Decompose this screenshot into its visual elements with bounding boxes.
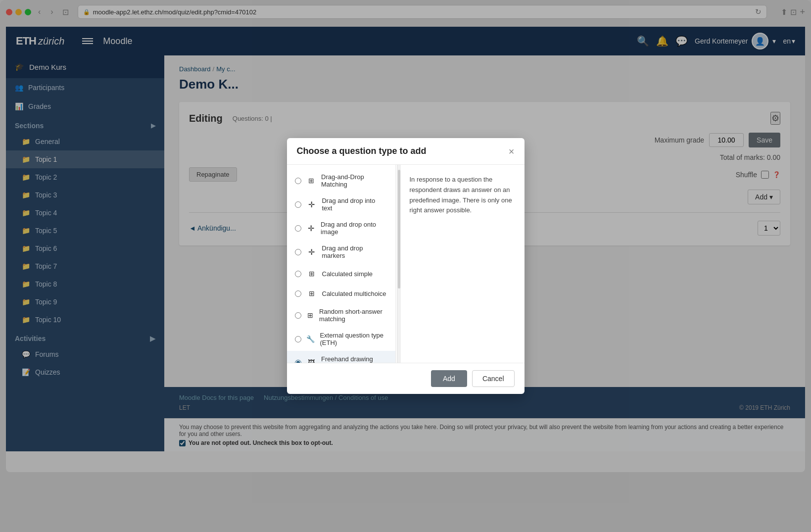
modal-title: Choose a question type to add <box>297 146 427 156</box>
calc-simple-icon: ⊞ <box>306 268 317 279</box>
radio-random-sa[interactable] <box>295 312 301 319</box>
calc-simple-label: Calculated simple <box>322 270 373 278</box>
modal-footer: Add Cancel <box>287 363 525 394</box>
radio-external-eth[interactable] <box>295 336 301 342</box>
freehand-eth-label: Freehand drawing (ETH) <box>321 355 387 363</box>
external-eth-label: External question type (ETH) <box>320 332 387 346</box>
calc-multichoice-icon: ⊞ <box>306 288 317 299</box>
option-freehand-eth[interactable]: 🖼 Freehand drawing (ETH) <box>287 351 395 363</box>
dnd-text-icon: ✛ <box>306 199 317 210</box>
modal-list-wrap: ⊞ Drag-and-Drop Matching ✛ Drag and drop… <box>287 165 401 363</box>
option-dnd-matching[interactable]: ⊞ Drag-and-Drop Matching <box>287 169 395 193</box>
dnd-matching-icon: ⊞ <box>306 175 317 186</box>
radio-calc-multichoice[interactable] <box>295 290 301 297</box>
choose-question-modal: Choose a question type to add × ⊞ Drag-a… <box>287 138 525 394</box>
modal-body: ⊞ Drag-and-Drop Matching ✛ Drag and drop… <box>287 165 525 363</box>
option-dnd-text[interactable]: ✛ Drag and drop into text <box>287 193 395 216</box>
modal-overlay[interactable]: Choose a question type to add × ⊞ Drag-a… <box>0 0 811 532</box>
dnd-markers-label: Drag and drop markers <box>322 244 387 259</box>
radio-freehand-eth[interactable] <box>295 360 301 363</box>
modal-list: ⊞ Drag-and-Drop Matching ✛ Drag and drop… <box>287 165 396 363</box>
random-sa-icon: ⊞ <box>306 310 314 321</box>
modal-desc-text: In response to a question the respondent… <box>410 176 512 214</box>
freehand-eth-icon: 🖼 <box>306 357 317 363</box>
radio-dnd-markers[interactable] <box>295 249 301 255</box>
modal-close-button[interactable]: × <box>509 146 515 156</box>
dnd-image-icon: ✛ <box>306 223 316 234</box>
modal-description: In response to a question the respondent… <box>401 165 525 363</box>
dnd-matching-label: Drag-and-Drop Matching <box>321 173 387 188</box>
radio-dnd-matching[interactable] <box>295 178 301 184</box>
external-eth-icon: 🔧 <box>306 334 315 344</box>
random-sa-label: Random short-answer matching <box>319 308 387 323</box>
dnd-markers-icon: ✛ <box>306 246 317 257</box>
option-random-sa[interactable]: ⊞ Random short-answer matching <box>287 303 395 327</box>
dnd-image-label: Drag and drop onto image <box>321 221 387 236</box>
option-calc-simple[interactable]: ⊞ Calculated simple <box>287 264 395 284</box>
option-dnd-image[interactable]: ✛ Drag and drop onto image <box>287 216 395 240</box>
option-dnd-markers[interactable]: ✛ Drag and drop markers <box>287 240 395 264</box>
option-calc-multichoice[interactable]: ⊞ Calculated multichoice <box>287 284 395 303</box>
radio-dnd-image[interactable] <box>295 225 301 232</box>
calc-multichoice-label: Calculated multichoice <box>322 290 386 297</box>
dnd-text-label: Drag and drop into text <box>322 197 387 212</box>
modal-add-button[interactable]: Add <box>431 370 467 387</box>
modal-cancel-button[interactable]: Cancel <box>472 370 515 387</box>
option-external-eth[interactable]: 🔧 External question type (ETH) <box>287 327 395 351</box>
modal-header: Choose a question type to add × <box>287 138 525 165</box>
radio-dnd-text[interactable] <box>295 201 301 208</box>
radio-calc-simple[interactable] <box>295 271 301 277</box>
scrollbar-thumb[interactable] <box>398 170 400 289</box>
